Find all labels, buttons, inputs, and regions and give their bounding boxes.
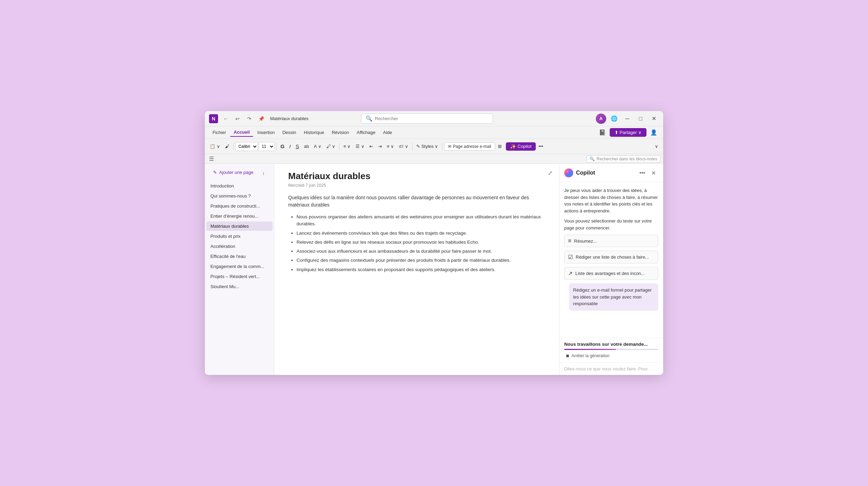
sidebar-item-materiaux[interactable]: Matériaux durables: [206, 221, 273, 231]
copilot-header: Copilot ••• ✕: [559, 164, 663, 182]
search-notes-box[interactable]: 🔍 Rechercher dans les blocs-notes: [586, 156, 660, 162]
maximize-button[interactable]: □: [635, 114, 646, 124]
stop-icon: ⏹: [566, 353, 570, 358]
sidebar-item-energie[interactable]: Entier d'énergie renou...: [206, 211, 273, 221]
note-date: Mercredi 7 juin 2025: [288, 183, 545, 188]
onenote-logo: N: [209, 114, 218, 123]
undo-button[interactable]: ↩: [233, 114, 242, 124]
sort-button[interactable]: ↕: [259, 169, 268, 178]
hamburger-icon[interactable]: ☰: [208, 154, 215, 164]
close-button[interactable]: ✕: [649, 114, 659, 124]
underline-button[interactable]: S: [293, 141, 301, 152]
notebook-view-btn[interactable]: 📓: [597, 127, 608, 138]
menu-fichier[interactable]: Fichier: [209, 128, 229, 136]
font-select[interactable]: Calibri: [235, 142, 258, 151]
add-page-btn[interactable]: ✎ Ajouter une page: [210, 168, 256, 177]
expand-button[interactable]: ⤢: [545, 168, 555, 178]
copilot-suggestion-3[interactable]: ↗ Liste des avantages et des incon...: [564, 267, 658, 280]
collapse-btn[interactable]: ∨: [653, 141, 660, 152]
sidebar-item-produits[interactable]: Produits et prix: [206, 232, 273, 241]
sidebar-item-label: Produits et prix: [210, 234, 241, 239]
table-btn[interactable]: ⊞: [496, 141, 504, 152]
copilot-more-btn[interactable]: •••: [637, 168, 647, 178]
indent-btn[interactable]: ⇥: [376, 141, 384, 152]
tags-btn[interactable]: 🏷 ∨: [397, 141, 410, 152]
copilot-suggestion-2[interactable]: ☑ Rédiger une liste de choses à faire...: [564, 251, 658, 263]
sidebar-item-label: Accélération: [210, 244, 235, 249]
outdent-btn[interactable]: ⇤: [367, 141, 375, 152]
copilot-body: Je peux vous aider à trouver des idées, …: [559, 182, 663, 338]
menu-historique[interactable]: Historique: [300, 128, 328, 136]
sidebar-item-pratiques[interactable]: Pratiques de constructi...: [206, 201, 273, 211]
menu-affichage[interactable]: Affichage: [353, 128, 379, 136]
sidebar-item-qui[interactable]: Qui sommes-nous ?: [206, 191, 273, 201]
font-size-select[interactable]: 11: [259, 142, 275, 151]
todo-icon: ☑: [568, 254, 573, 260]
sidebar-item-label: Sioutient Mu...: [210, 284, 239, 289]
bold-button[interactable]: G: [278, 141, 287, 152]
sidebar-item-engagement[interactable]: Engagement de la comm...: [206, 262, 273, 271]
email-page-btn[interactable]: ✉ Page adresse e-mail: [444, 142, 495, 151]
onenote-window: N ← ↩ ↷ 📌 Matériaux durables 🔍 A 🌐 ─ □ ✕…: [205, 111, 663, 375]
pin-button[interactable]: 📌: [256, 114, 266, 124]
toolbar-sep-2: [276, 143, 277, 150]
copilot-suggestion-1[interactable]: ≡ Résumez...: [564, 235, 658, 247]
avatar[interactable]: A: [596, 114, 606, 124]
italic-button[interactable]: I: [287, 141, 293, 152]
bullet-2: Lancez des événements conviviaux tels qu…: [297, 230, 545, 237]
search-box[interactable]: 🔍: [361, 114, 493, 124]
progress-bar: [564, 349, 658, 350]
back-button[interactable]: ←: [221, 114, 231, 124]
sidebar-item-sioutient[interactable]: Sioutient Mu...: [206, 282, 273, 291]
highlight-btn[interactable]: 🖊 ∨: [324, 141, 338, 152]
copilot-title: Copilot: [576, 170, 635, 176]
sidebar-item-acceleration[interactable]: Accélération: [206, 242, 273, 251]
title-bar-controls: ← ↩ ↷ 📌: [221, 114, 266, 124]
sidebar-item-projets[interactable]: Projets – Résident vert...: [206, 272, 273, 281]
font-color-btn[interactable]: A ∨: [312, 141, 324, 152]
sidebar-item-introduction[interactable]: Introduction: [206, 181, 273, 191]
numbering-btn[interactable]: ☰ ∨: [353, 141, 367, 152]
content-area: ⤢ Matériaux durables Mercredi 7 juin 202…: [274, 164, 559, 375]
progress-fill: [564, 349, 616, 350]
person-icon-btn[interactable]: 👤: [649, 127, 659, 138]
menu-accueil[interactable]: Accueil: [230, 128, 253, 137]
toolbar-sep-5: [442, 143, 442, 150]
main-area: ✎ Ajouter une page ↕ Introduction Qui so…: [205, 164, 663, 375]
copilot-close-btn[interactable]: ✕: [649, 168, 658, 178]
copilot-footer[interactable]: Dites-nous ce que vous voulez faire. Pou…: [559, 362, 663, 375]
redo-button[interactable]: ↷: [244, 114, 254, 124]
email-label: Page adresse e-mail: [453, 144, 491, 149]
sidebar-item-label: Introduction: [210, 183, 234, 188]
add-page-label: Ajouter une page: [219, 170, 253, 175]
sidebar-item-eau[interactable]: Efficacité de l'eau: [206, 252, 273, 261]
copilot-icon-btn[interactable]: 🌐: [609, 114, 619, 124]
styles-btn[interactable]: ✎ Styles ∨: [414, 141, 441, 152]
menu-revision[interactable]: Révision: [328, 128, 352, 136]
toolbar-sep-1: [233, 143, 234, 150]
menu-aide[interactable]: Aide: [379, 128, 395, 136]
clipboard-btn[interactable]: 📋 ∨: [208, 141, 222, 152]
copilot-toolbar-btn[interactable]: ✨ Copilot: [506, 142, 536, 151]
bullets-btn[interactable]: ≡ ∨: [341, 141, 353, 152]
search-input[interactable]: [375, 116, 489, 121]
sidebar-item-label: Pratiques de constructi...: [210, 203, 260, 209]
minimize-button[interactable]: ─: [622, 114, 633, 124]
toolbar: 📋 ∨ 🖌 Calibri 11 G I S ab A ∨ 🖊 ∨ ≡ ∨ ☰ …: [205, 139, 663, 154]
sidebar-item-label: Matériaux durables: [210, 224, 249, 229]
copilot-intro2: Vous pouvez sélectionner du texte sur vo…: [564, 218, 658, 231]
note-title: Matériaux durables: [288, 171, 545, 182]
menu-insertion[interactable]: Insertion: [254, 128, 278, 136]
footer-placeholder: Dites-nous ce que vous voulez faire. Pou…: [564, 366, 648, 371]
stop-label: Arrêter la génération: [571, 353, 609, 358]
sidebar-top-row: ✎ Ajouter une page ↕: [205, 167, 274, 181]
share-button[interactable]: ⬆ Partager ∨: [610, 128, 646, 137]
align-btn[interactable]: ≡ ∨: [385, 141, 396, 152]
strikethrough-button[interactable]: ab: [302, 141, 311, 152]
toolbar-sep-4: [412, 143, 412, 150]
copilot-intro1: Je peux vous aider à trouver des idées, …: [564, 187, 658, 214]
stop-generation-btn[interactable]: ⏹ Arrêter la génération: [564, 353, 611, 359]
more-btn[interactable]: •••: [536, 141, 545, 152]
menu-dessin[interactable]: Dessin: [279, 128, 300, 136]
format-painter-btn[interactable]: 🖌: [223, 141, 232, 152]
